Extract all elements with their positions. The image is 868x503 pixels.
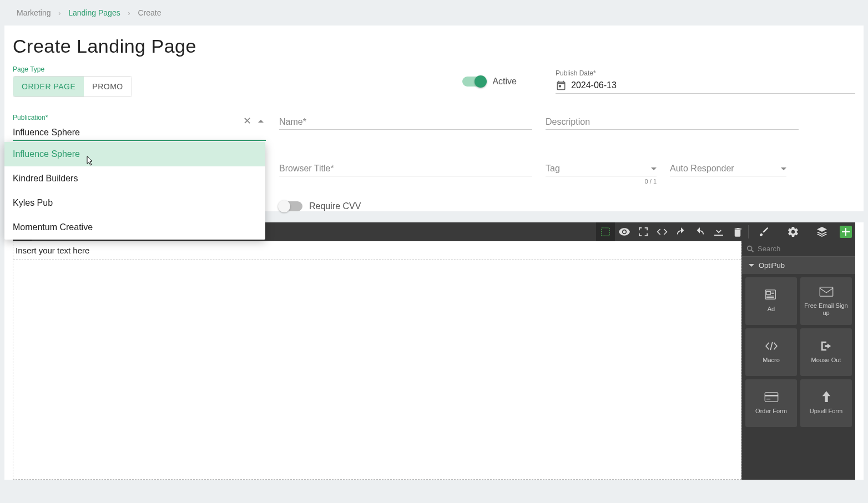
redo-button[interactable] [690, 222, 709, 241]
chevron-down-icon [651, 167, 657, 170]
editor-placeholder-text[interactable]: Insert your text here [13, 241, 741, 260]
tile-label: Upsell Form [810, 408, 842, 415]
description-input[interactable] [546, 114, 799, 130]
fullscreen-button[interactable] [634, 222, 653, 241]
editor-canvas[interactable]: Insert your text here [13, 241, 741, 480]
upsell-form-tile[interactable]: Upsell Form [800, 379, 852, 427]
component-section[interactable]: OptiPub [742, 257, 855, 274]
brush-button[interactable] [750, 222, 779, 241]
svg-rect-0 [559, 85, 561, 87]
publish-date-input[interactable] [571, 80, 855, 90]
breadcrumb-l1: Marketing [17, 8, 51, 17]
chevron-down-icon [749, 264, 754, 267]
page-type-segmented: ORDER PAGE PROMO [13, 76, 132, 97]
browser-title-input[interactable] [279, 160, 532, 176]
calendar-icon[interactable] [556, 80, 567, 91]
breadcrumb: Marketing › Landing Pages › Create [0, 0, 868, 26]
component-search-input[interactable] [758, 245, 851, 253]
page-title: Create Landing Page [13, 35, 855, 57]
newspaper-icon [765, 289, 778, 301]
publication-label: Publication* [13, 114, 266, 121]
publication-dropdown: Influence Sphere Kindred Builders Kyles … [4, 142, 265, 240]
code-icon [765, 340, 778, 352]
publication-input[interactable] [13, 124, 266, 141]
dropdown-option[interactable]: Kindred Builders [4, 166, 265, 191]
chevron-up-icon[interactable] [258, 120, 264, 123]
macro-tile[interactable]: Macro [745, 328, 797, 376]
order-form-tile[interactable]: Order Form [745, 379, 797, 427]
publish-date-label: Publish Date* [556, 69, 855, 77]
credit-card-icon [764, 391, 779, 403]
outline-button[interactable] [596, 222, 615, 241]
tile-label: Free Email Sign up [800, 302, 852, 317]
settings-button[interactable] [779, 222, 808, 241]
dropdown-option[interactable]: Momentum Creative [4, 215, 265, 240]
delete-button[interactable] [728, 222, 747, 241]
require-cvv-label: Require CVV [309, 201, 361, 211]
page-type-label: Page Type [13, 65, 132, 73]
mouse-out-tile[interactable]: Mouse Out [800, 328, 852, 376]
tag-placeholder: Tag [546, 164, 560, 174]
exit-icon [820, 340, 832, 352]
svg-rect-13 [765, 393, 778, 402]
tag-select[interactable]: Tag [546, 160, 657, 176]
tile-label: Order Form [755, 408, 787, 415]
tile-label: Mouse Out [811, 357, 841, 364]
components-panel: OptiPub Ad Free Email Sign up [741, 241, 855, 480]
layers-button[interactable] [808, 222, 836, 241]
breadcrumb-sep: › [58, 9, 60, 17]
svg-rect-7 [766, 292, 770, 294]
download-button[interactable] [709, 222, 728, 241]
section-label: OptiPub [759, 261, 785, 270]
ad-tile[interactable]: Ad [745, 277, 797, 325]
tile-label: Ad [768, 306, 775, 313]
email-signup-tile[interactable]: Free Email Sign up [800, 277, 852, 325]
active-toggle[interactable] [462, 77, 486, 87]
tag-counter: 0 / 1 [546, 178, 657, 185]
order-page-button[interactable]: ORDER PAGE [13, 77, 84, 96]
preview-button[interactable] [615, 222, 634, 241]
active-label: Active [492, 77, 517, 87]
require-cvv-toggle[interactable] [279, 201, 302, 211]
breadcrumb-sep: › [128, 9, 130, 17]
dropdown-option[interactable]: Influence Sphere [4, 142, 265, 166]
promo-button[interactable]: PROMO [84, 77, 131, 96]
undo-button[interactable] [672, 222, 690, 241]
auto-responder-placeholder: Auto Responder [670, 164, 734, 174]
envelope-icon [819, 286, 834, 298]
breadcrumb-l2-link[interactable]: Landing Pages [68, 8, 120, 17]
svg-rect-12 [820, 287, 832, 296]
code-button[interactable] [653, 222, 672, 241]
arrow-up-icon [821, 391, 831, 403]
chevron-down-icon [781, 167, 786, 170]
auto-responder-select[interactable]: Auto Responder [670, 160, 786, 176]
name-input[interactable] [279, 114, 532, 130]
breadcrumb-l3: Create [138, 8, 161, 17]
svg-rect-5 [602, 228, 609, 236]
add-button[interactable] [840, 226, 852, 238]
dropdown-option[interactable]: Kyles Pub [4, 191, 265, 215]
clear-icon[interactable]: ✕ [243, 116, 251, 126]
search-icon [746, 245, 754, 253]
tile-label: Macro [763, 357, 780, 364]
